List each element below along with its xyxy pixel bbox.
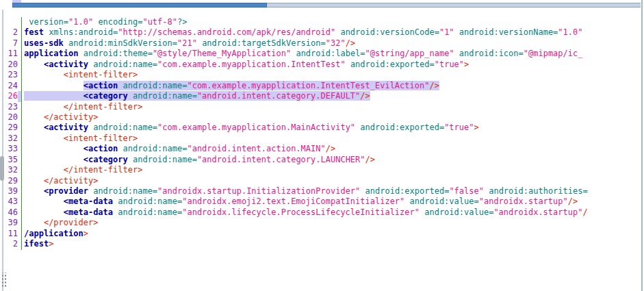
token-group: </activity> bbox=[44, 112, 98, 122]
token-attr: android:name= bbox=[123, 81, 188, 90]
code-text[interactable]: /application> bbox=[22, 229, 88, 239]
token-attr: android:name= bbox=[93, 186, 157, 196]
code-text[interactable]: <action android:name="com.example.myappl… bbox=[22, 81, 439, 91]
code-line[interactable]: 24 <action android:name="com.example.mya… bbox=[4, 81, 641, 91]
token-group: <provider android:name="androidx.startup… bbox=[44, 186, 588, 196]
code-line[interactable]: 33 <action android:name="android.intent.… bbox=[4, 144, 641, 154]
code-line[interactable]: 2ifest> bbox=[4, 239, 641, 249]
code-line[interactable]: 32 <intent-filter> bbox=[4, 134, 641, 144]
code-line[interactable]: 26 <category android:name="android.inten… bbox=[4, 91, 641, 101]
code-text[interactable]: <meta-data android:name="androidx.lifecy… bbox=[22, 207, 588, 218]
code-line[interactable]: 7uses-sdk android:minSdkVersion="21" and… bbox=[4, 38, 641, 49]
line-number: 29 bbox=[4, 176, 22, 186]
token-tag: <action bbox=[83, 144, 118, 153]
token-str: "true" bbox=[444, 123, 474, 132]
token-end: </intent-filter> bbox=[64, 165, 143, 175]
code-text[interactable]: <action android:name="android.intent.act… bbox=[22, 144, 335, 154]
code-text[interactable]: application android:theme="@style/Theme_… bbox=[22, 49, 582, 59]
code-text[interactable]: <intent-filter> bbox=[22, 70, 138, 80]
code-text[interactable]: </activity> bbox=[22, 112, 98, 123]
token-pln bbox=[128, 155, 133, 164]
token-attr: android:name= bbox=[133, 155, 197, 164]
code-line[interactable]: 39 <provider android:name="androidx.star… bbox=[4, 186, 641, 197]
token-group: <activity android:name="com.example.myap… bbox=[44, 123, 479, 132]
code-line[interactable]: 29 </activity> bbox=[4, 176, 641, 186]
code-line[interactable]: 35 <category android:name="android.inten… bbox=[4, 155, 641, 165]
token-attr: android:authorities= bbox=[489, 186, 588, 196]
token-pln bbox=[78, 49, 83, 58]
code-line[interactable]: 11/application> bbox=[4, 229, 641, 239]
token-end: <intent-filter> bbox=[64, 134, 138, 143]
token-end: </activity> bbox=[44, 176, 98, 186]
code-line[interactable]: version="1.0" encoding="utf-8"?> bbox=[4, 17, 641, 27]
line-number: 32 bbox=[4, 134, 22, 144]
code-editor[interactable]: version="1.0" encoding="utf-8"?>2fest xm… bbox=[4, 10, 641, 250]
token-str: "androidx.startup" bbox=[479, 197, 568, 206]
line-number: 46 bbox=[4, 207, 22, 218]
token-str: "@mipmap/ic_ bbox=[524, 49, 583, 58]
code-text[interactable]: <intent-filter> bbox=[22, 134, 138, 144]
code-text[interactable]: <category android:name="android.intent.c… bbox=[22, 155, 375, 165]
token-str: "@style/Theme_MyApplication" bbox=[153, 49, 291, 58]
indent bbox=[24, 70, 64, 79]
token-str: "androidx.emoji2.text.EmojiCompatInitial… bbox=[182, 197, 404, 206]
code-text[interactable]: <meta-data android:name="androidx.emoji2… bbox=[22, 197, 578, 207]
token-str: "com.example.myapplication.IntentTest_Ev… bbox=[187, 81, 429, 90]
resize-grip-dots[interactable] bbox=[1, 273, 7, 288]
token-group: <category android:name="android.intent.c… bbox=[83, 155, 375, 164]
code-text[interactable]: <category android:name="android.intent.c… bbox=[22, 91, 370, 101]
token-end: /> bbox=[346, 38, 355, 48]
token-attr: android:label= bbox=[296, 49, 365, 58]
token-attr: android:icon= bbox=[459, 49, 524, 58]
token-str: "android.intent.action.MAIN" bbox=[187, 144, 325, 153]
code-line[interactable]: 2fest xmlns:android="http://schemas.andr… bbox=[4, 27, 641, 38]
token-attr: android:name= bbox=[123, 144, 188, 153]
code-text[interactable]: <activity android:name="com.example.myap… bbox=[22, 123, 479, 133]
horizontal-scrollbar-track[interactable] bbox=[12, 3, 641, 8]
token-end: </provider> bbox=[44, 218, 98, 227]
code-line[interactable]: 39 </provider> bbox=[4, 218, 641, 228]
token-tag: <category bbox=[83, 91, 128, 101]
token-group: </provider> bbox=[44, 218, 98, 227]
code-text[interactable]: </intent-filter> bbox=[22, 102, 142, 112]
code-line[interactable]: 23 </intent-filter> bbox=[4, 102, 641, 112]
line-number: 20 bbox=[4, 60, 22, 70]
code-line[interactable]: 20 <activity android:name="com.example.m… bbox=[4, 60, 641, 70]
code-line[interactable]: 32 </intent-filter> bbox=[4, 165, 641, 175]
line-number bbox=[4, 17, 22, 27]
horizontal-scrollbar-thumb[interactable] bbox=[12, 3, 267, 8]
code-text[interactable]: <provider android:name="androidx.startup… bbox=[22, 186, 588, 197]
token-attr: android:name= bbox=[118, 207, 182, 217]
code-line[interactable]: 20 </activity> bbox=[4, 112, 641, 123]
token-end: </activity> bbox=[44, 112, 98, 122]
token-tag: /application bbox=[24, 229, 83, 238]
code-line[interactable]: 29 <activity android:name="com.example.m… bbox=[4, 123, 641, 133]
indent bbox=[24, 176, 44, 186]
token-str: "android.intent.category.DEFAULT" bbox=[197, 91, 360, 101]
code-text[interactable]: </activity> bbox=[22, 176, 98, 186]
token-attr: android:name= bbox=[93, 123, 157, 132]
indent bbox=[24, 81, 83, 90]
code-text[interactable]: version="1.0" encoding="utf-8"?> bbox=[22, 17, 187, 27]
token-attr: xmlns:android= bbox=[49, 27, 118, 37]
code-text[interactable]: fest xmlns:android="http://schemas.andro… bbox=[22, 27, 582, 38]
token-tag: fest bbox=[24, 27, 44, 37]
code-text[interactable]: </intent-filter> bbox=[22, 165, 142, 175]
code-text[interactable]: <activity android:name="com.example.myap… bbox=[22, 60, 469, 70]
indent bbox=[24, 123, 44, 132]
indent bbox=[24, 155, 83, 164]
token-str: "32" bbox=[326, 38, 346, 48]
line-number: 23 bbox=[4, 102, 22, 112]
token-str: "com.example.myapplication.MainActivity" bbox=[157, 123, 355, 132]
code-line[interactable]: 23 <intent-filter> bbox=[4, 70, 641, 80]
code-line[interactable]: 11application android:theme="@style/Them… bbox=[4, 49, 641, 59]
token-group: fest xmlns:android="http://schemas.andro… bbox=[24, 27, 582, 37]
code-line[interactable]: 46 <meta-data android:name="androidx.lif… bbox=[4, 207, 641, 218]
code-text[interactable]: </provider> bbox=[22, 218, 98, 228]
code-line[interactable]: 43 <meta-data android:name="androidx.emo… bbox=[4, 197, 641, 207]
code-text[interactable]: ifest> bbox=[22, 239, 53, 249]
indent bbox=[24, 165, 64, 175]
token-str: "1.0" bbox=[558, 27, 582, 37]
code-text[interactable]: uses-sdk android:minSdkVersion="21" andr… bbox=[22, 38, 355, 49]
line-number: 20 bbox=[4, 112, 22, 123]
